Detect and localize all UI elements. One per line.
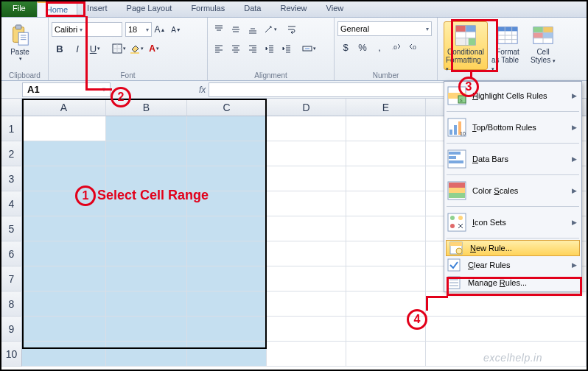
cell-C6[interactable] <box>187 241 267 266</box>
cell-D9[interactable] <box>267 317 346 342</box>
row-header-2[interactable]: 2 <box>1 141 22 166</box>
format-as-table-button[interactable]: Format as Table ▾ <box>489 21 526 70</box>
merge-button[interactable]: ▾ <box>301 40 317 57</box>
align-right-button[interactable] <box>245 40 261 57</box>
col-header-D[interactable]: D <box>267 99 346 116</box>
cell-A10[interactable] <box>22 342 106 367</box>
align-bottom-button[interactable] <box>245 21 261 38</box>
comma-button[interactable]: , <box>371 39 388 55</box>
menu-new-rule[interactable]: New Rule... <box>446 240 580 256</box>
tab-file[interactable]: File <box>1 1 37 17</box>
cell-E4[interactable] <box>346 191 426 216</box>
row-header-4[interactable]: 4 <box>1 191 22 216</box>
cell-C7[interactable] <box>187 266 267 292</box>
tab-home[interactable]: Home <box>37 1 77 17</box>
tab-view[interactable]: View <box>317 1 354 17</box>
cell-D4[interactable] <box>267 191 346 216</box>
menu-top-bottom-rules[interactable]: 10 Top/Bottom Rules ▶ <box>444 113 581 141</box>
cell-C10[interactable] <box>187 342 267 367</box>
cell-B8[interactable] <box>106 292 187 317</box>
cell-C8[interactable] <box>187 292 267 317</box>
inc-decimal-button[interactable]: .0 <box>388 39 405 55</box>
orientation-button[interactable]: ▾ <box>262 21 278 38</box>
col-header-A[interactable]: A <box>22 99 106 116</box>
indent-inc-button[interactable] <box>279 40 295 57</box>
cell-B7[interactable] <box>106 266 187 292</box>
cell-A3[interactable] <box>22 166 106 191</box>
percent-button[interactable]: % <box>354 39 371 55</box>
cell-A7[interactable] <box>22 266 106 292</box>
cell-A1[interactable] <box>22 116 106 141</box>
row-header-8[interactable]: 8 <box>1 292 22 317</box>
cell-B10[interactable] <box>106 342 187 367</box>
cell-C5[interactable] <box>187 216 267 241</box>
conditional-formatting-button[interactable]: Conditional Formatting ▾ <box>444 21 488 70</box>
cell-D8[interactable] <box>267 292 346 317</box>
dec-decimal-button[interactable]: .0 <box>405 39 421 55</box>
col-header-E[interactable]: E <box>346 99 426 116</box>
cell-B5[interactable] <box>106 216 187 241</box>
borders-button[interactable]: ▾ <box>111 40 127 57</box>
grow-font-button[interactable]: A▲ <box>152 21 168 38</box>
tab-data[interactable]: Data <box>234 1 270 17</box>
cell-E5[interactable] <box>346 216 426 241</box>
select-all-corner[interactable] <box>1 99 22 116</box>
cell-A6[interactable] <box>22 241 106 266</box>
menu-manage-rules[interactable]: Manage Rules... <box>444 274 581 292</box>
cell-E6[interactable] <box>346 241 426 266</box>
row-header-5[interactable]: 5 <box>1 216 22 241</box>
menu-clear-rules[interactable]: Clear Rules ▶ <box>444 256 581 274</box>
cell-B2[interactable] <box>106 141 187 166</box>
cell-E1[interactable] <box>346 116 426 141</box>
italic-button[interactable]: I <box>69 40 85 57</box>
fill-color-button[interactable]: ▾ <box>128 40 144 57</box>
row-header-9[interactable]: 9 <box>1 317 22 342</box>
cell-A2[interactable] <box>22 141 106 166</box>
cell-E7[interactable] <box>346 266 426 292</box>
cell-D6[interactable] <box>267 241 346 266</box>
cell-C9[interactable] <box>187 317 267 342</box>
menu-color-scales[interactable]: Color Scales ▶ <box>444 177 581 205</box>
bold-button[interactable]: B <box>52 40 68 57</box>
tab-insert[interactable]: Insert <box>77 1 117 17</box>
align-top-button[interactable] <box>211 21 227 38</box>
row-header-10[interactable]: 10 <box>1 342 22 367</box>
align-left-button[interactable] <box>211 40 227 57</box>
tab-formulas[interactable]: Formulas <box>181 1 234 17</box>
number-format-combo[interactable]: General ▾ <box>337 21 432 36</box>
font-size-combo[interactable]: 18 ▾ <box>125 22 152 37</box>
cell-E10[interactable] <box>346 342 426 367</box>
align-center-button[interactable] <box>228 40 244 57</box>
cell-B1[interactable] <box>106 116 187 141</box>
cell-A9[interactable] <box>22 317 106 342</box>
cell-C2[interactable] <box>187 141 267 166</box>
currency-button[interactable]: $ <box>337 39 354 55</box>
cell-D1[interactable] <box>267 116 346 141</box>
cell-B9[interactable] <box>106 317 187 342</box>
align-middle-button[interactable] <box>228 21 244 38</box>
row-header-7[interactable]: 7 <box>1 266 22 292</box>
font-color-button[interactable]: A▾ <box>146 40 162 57</box>
cell-D5[interactable] <box>267 216 346 241</box>
row-header-6[interactable]: 6 <box>1 241 22 266</box>
cell-D2[interactable] <box>267 141 346 166</box>
cell-E3[interactable] <box>346 166 426 191</box>
paste-button[interactable]: Paste ▾ <box>4 21 35 70</box>
cell-C1[interactable] <box>187 116 267 141</box>
menu-icon-sets[interactable]: Icon Sets ▶ <box>444 208 581 236</box>
col-header-C[interactable]: C <box>187 99 267 116</box>
cell-B6[interactable] <box>106 241 187 266</box>
formula-input[interactable] <box>209 82 459 97</box>
tab-page-layout[interactable]: Page Layout <box>117 1 182 17</box>
cell-D7[interactable] <box>267 266 346 292</box>
wrap-text-button[interactable] <box>284 21 300 38</box>
cell-A8[interactable] <box>22 292 106 317</box>
indent-dec-button[interactable] <box>262 40 278 57</box>
cell-D3[interactable] <box>267 166 346 191</box>
menu-data-bars[interactable]: Data Bars ▶ <box>444 145 581 173</box>
cell-styles-button[interactable]: Cell Styles ▾ <box>528 21 559 70</box>
row-header-1[interactable]: 1 <box>1 116 22 141</box>
shrink-font-button[interactable]: A▼ <box>168 21 184 38</box>
fx-icon[interactable]: fx <box>199 85 206 95</box>
cell-E2[interactable] <box>346 141 426 166</box>
